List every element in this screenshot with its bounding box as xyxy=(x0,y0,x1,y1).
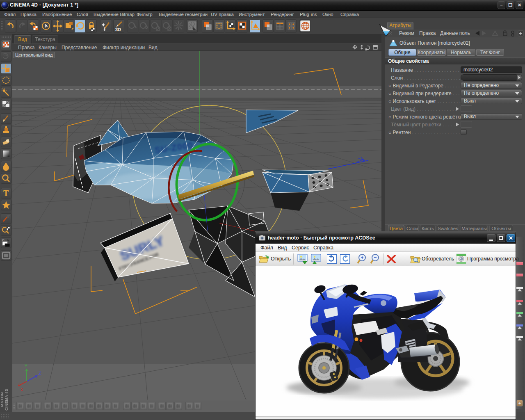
svg-text:Z: Z xyxy=(39,371,41,376)
svg-text:T: T xyxy=(3,189,9,198)
svg-text:X: X xyxy=(21,388,23,392)
svg-text:3D: 3D xyxy=(115,27,121,32)
svg-text:Y: Y xyxy=(25,364,27,368)
